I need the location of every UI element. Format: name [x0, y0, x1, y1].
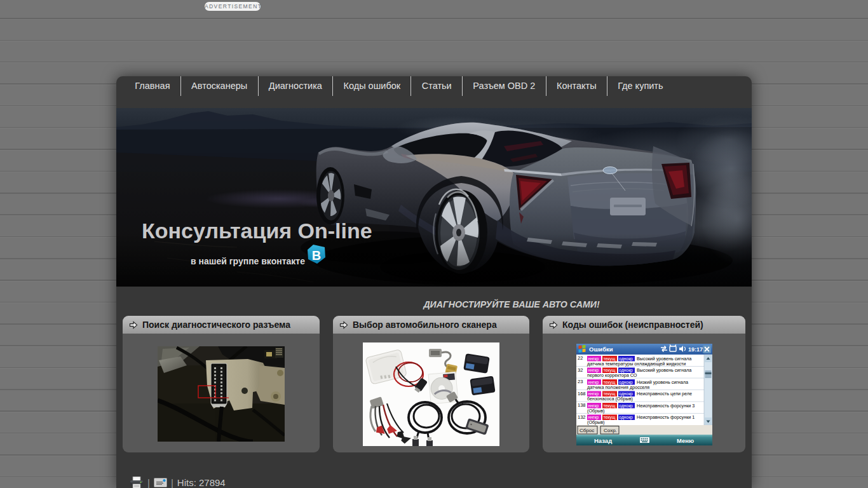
svg-text:168: 168 — [578, 391, 586, 396]
svg-text:Сброс: Сброс — [580, 428, 594, 433]
svg-text:Неисправность цепи реле: Неисправность цепи реле — [637, 391, 692, 396]
svg-text:132: 132 — [578, 414, 586, 420]
svg-text:текущ: текущ — [603, 415, 615, 420]
svg-text:датчика положения дросселя: датчика положения дросселя — [587, 384, 649, 390]
svg-text:Ошибки: Ошибки — [589, 346, 613, 353]
svg-text:138: 138 — [578, 402, 586, 408]
svg-text:однокр: однокр — [619, 403, 633, 409]
svg-text:однокр: однокр — [619, 415, 633, 420]
svg-text:Сохр.: Сохр. — [604, 428, 617, 433]
svg-text:бензонасоса (Обрыв): бензонасоса (Обрыв) — [587, 396, 633, 402]
svg-text:(Обрыв): (Обрыв) — [587, 419, 604, 425]
svg-text:32: 32 — [578, 367, 583, 373]
svg-text:19:17: 19:17 — [688, 346, 703, 353]
svg-text:(Обрыв): (Обрыв) — [587, 408, 604, 414]
svg-text:текущ: текущ — [603, 403, 615, 409]
svg-text:Высокий уровень сигнала: Высокий уровень сигнала — [637, 367, 691, 373]
svg-text:Неисправность форсунки 3: Неисправность форсунки 3 — [637, 403, 695, 409]
svg-text:22: 22 — [578, 355, 583, 361]
svg-text:B: B — [312, 248, 321, 262]
svg-text:Меню: Меню — [677, 437, 694, 444]
svg-text:Назад: Назад — [594, 437, 612, 444]
svg-text:датчика температуры охлаждающе: датчика температуры охлаждающей жидкости — [587, 361, 686, 367]
svg-text:Неисправность форсунки 1: Неисправность форсунки 1 — [637, 414, 695, 420]
svg-text:первого корректора СО: первого корректора СО — [587, 372, 637, 378]
svg-text:23: 23 — [578, 379, 583, 384]
